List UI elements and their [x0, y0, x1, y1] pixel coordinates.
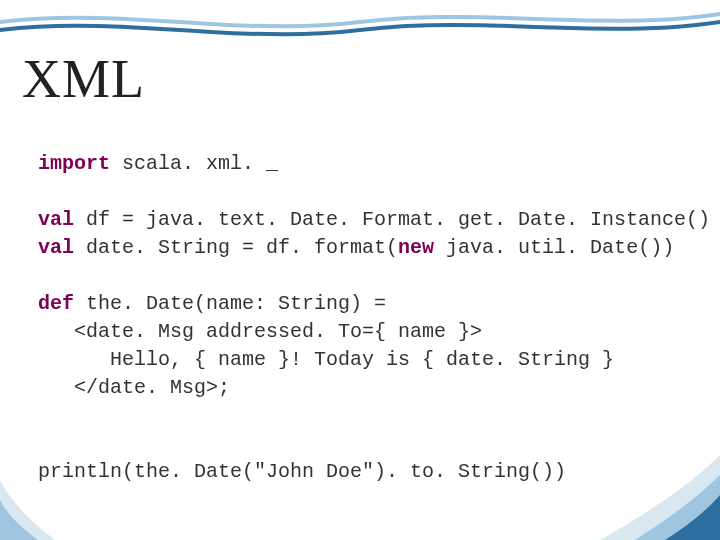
keyword-val: val	[38, 208, 74, 231]
keyword-new: new	[398, 236, 434, 259]
slide-title: XML	[22, 48, 145, 110]
wave-decoration-top	[0, 0, 720, 50]
code-text: df = java. text. Date. Format. get. Date…	[74, 208, 710, 231]
code-text: </date. Msg>;	[38, 376, 230, 399]
code-block: import scala. xml. _ val df = java. text…	[38, 150, 710, 486]
code-text: date. String = df. format(	[74, 236, 398, 259]
code-text: println(the. Date("John Doe"). to. Strin…	[38, 460, 566, 483]
code-text: <date. Msg addressed. To={ name }>	[38, 320, 482, 343]
code-text: Hello, { name }! Today is { date. String…	[38, 348, 614, 371]
keyword-import: import	[38, 152, 110, 175]
code-text: java. util. Date())	[434, 236, 674, 259]
keyword-def: def	[38, 292, 74, 315]
code-text: scala. xml. _	[110, 152, 278, 175]
code-text: the. Date(name: String) =	[74, 292, 386, 315]
keyword-val: val	[38, 236, 74, 259]
